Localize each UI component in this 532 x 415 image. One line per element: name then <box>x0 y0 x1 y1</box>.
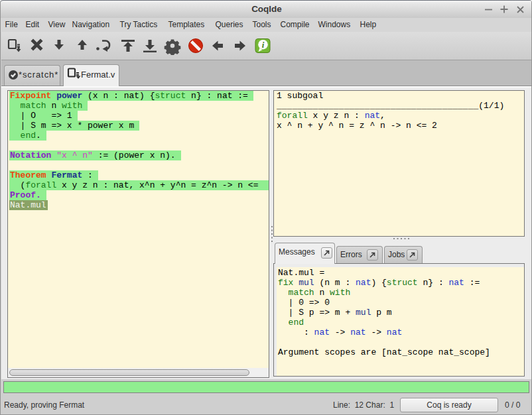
svg-text:i: i <box>262 40 265 50</box>
